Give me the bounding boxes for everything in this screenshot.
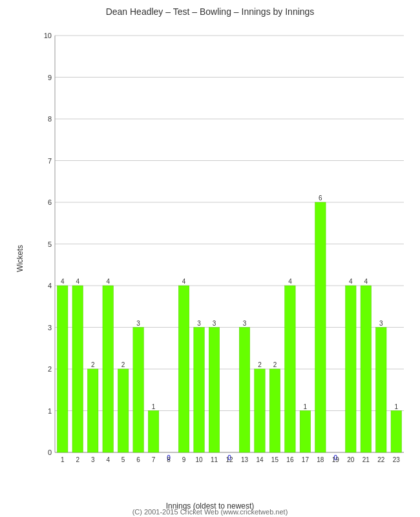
svg-text:10: 10 xyxy=(44,32,52,39)
svg-rect-58 xyxy=(239,328,249,453)
svg-text:12: 12 xyxy=(226,456,233,463)
chart-container: Dean Headley – Test – Bowling – Innings … xyxy=(0,0,420,517)
svg-text:5: 5 xyxy=(48,240,52,248)
svg-text:3: 3 xyxy=(91,456,95,463)
svg-text:4: 4 xyxy=(364,278,368,285)
svg-text:8: 8 xyxy=(48,115,52,123)
chart-title: Dean Headley – Test – Bowling – Innings … xyxy=(0,0,420,20)
svg-text:18: 18 xyxy=(317,456,324,463)
svg-text:4: 4 xyxy=(61,278,65,285)
svg-text:10: 10 xyxy=(195,456,203,463)
svg-rect-24 xyxy=(58,286,68,452)
svg-text:2: 2 xyxy=(258,361,262,368)
svg-text:9: 9 xyxy=(182,456,186,463)
svg-rect-61 xyxy=(255,369,265,452)
svg-text:16: 16 xyxy=(286,456,294,463)
svg-text:1: 1 xyxy=(152,403,156,410)
svg-text:1: 1 xyxy=(394,403,398,410)
y-axis-label: Wickets xyxy=(16,245,25,272)
svg-text:2: 2 xyxy=(76,456,79,463)
svg-rect-87 xyxy=(391,411,401,453)
svg-text:3: 3 xyxy=(48,324,52,332)
svg-text:4: 4 xyxy=(106,278,110,285)
svg-text:2: 2 xyxy=(48,365,52,373)
svg-rect-27 xyxy=(72,286,83,452)
svg-text:21: 21 xyxy=(362,456,370,463)
svg-text:6: 6 xyxy=(319,195,322,202)
svg-rect-64 xyxy=(269,369,280,452)
svg-text:4: 4 xyxy=(349,278,353,285)
svg-text:23: 23 xyxy=(393,456,401,463)
copyright-text: (C) 2001-2015 Cricket Web (www.cricketwe… xyxy=(0,508,420,516)
svg-rect-42 xyxy=(148,411,158,453)
svg-text:3: 3 xyxy=(136,320,140,327)
svg-text:4: 4 xyxy=(106,456,110,463)
svg-text:2: 2 xyxy=(273,361,277,368)
svg-rect-53 xyxy=(209,328,219,453)
svg-rect-30 xyxy=(87,369,98,452)
svg-rect-39 xyxy=(133,328,143,453)
svg-text:5: 5 xyxy=(121,456,125,463)
svg-rect-67 xyxy=(285,286,295,452)
svg-text:4: 4 xyxy=(76,278,79,285)
svg-text:7: 7 xyxy=(48,157,52,165)
svg-text:2: 2 xyxy=(91,361,95,368)
svg-text:4: 4 xyxy=(288,278,292,285)
svg-rect-50 xyxy=(194,328,204,453)
svg-text:8: 8 xyxy=(167,456,171,463)
svg-text:11: 11 xyxy=(211,456,218,463)
svg-rect-70 xyxy=(300,411,310,453)
svg-rect-36 xyxy=(118,369,128,452)
chart-area: 0123456789104142234425361708493103110123… xyxy=(36,26,410,472)
svg-text:7: 7 xyxy=(152,456,156,463)
svg-text:6: 6 xyxy=(48,198,52,206)
svg-text:3: 3 xyxy=(197,320,201,327)
svg-rect-47 xyxy=(178,286,189,452)
svg-text:15: 15 xyxy=(271,456,279,463)
svg-text:14: 14 xyxy=(256,456,264,463)
svg-rect-84 xyxy=(376,328,386,453)
svg-text:4: 4 xyxy=(182,278,186,285)
svg-rect-81 xyxy=(361,286,371,452)
svg-text:0: 0 xyxy=(48,448,52,456)
svg-rect-73 xyxy=(315,202,326,452)
svg-text:20: 20 xyxy=(347,456,355,463)
svg-text:2: 2 xyxy=(121,361,125,368)
svg-text:3: 3 xyxy=(243,320,247,327)
svg-text:1: 1 xyxy=(48,407,52,415)
svg-text:4: 4 xyxy=(48,282,52,290)
svg-text:1: 1 xyxy=(61,456,65,463)
svg-text:3: 3 xyxy=(213,320,216,327)
svg-text:1: 1 xyxy=(304,403,308,410)
svg-text:9: 9 xyxy=(48,74,52,81)
svg-rect-78 xyxy=(346,286,356,452)
svg-text:3: 3 xyxy=(379,320,383,327)
svg-text:6: 6 xyxy=(136,456,140,463)
svg-text:19: 19 xyxy=(332,456,340,463)
chart-svg: 0123456789104142234425361708493103110123… xyxy=(36,26,410,472)
svg-rect-33 xyxy=(103,286,113,452)
svg-text:13: 13 xyxy=(241,456,249,463)
svg-text:22: 22 xyxy=(377,456,385,463)
svg-text:17: 17 xyxy=(302,456,310,463)
